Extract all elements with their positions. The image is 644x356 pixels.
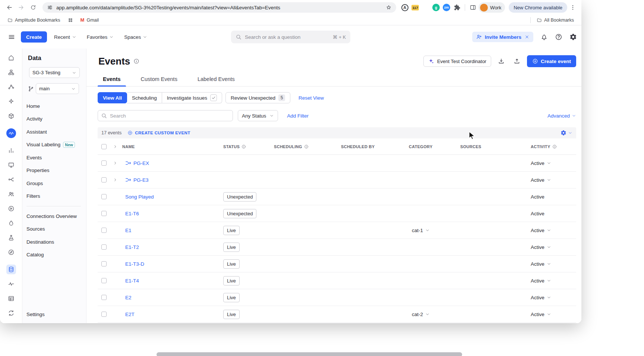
- sidebar-item-activity[interactable]: Activity: [26, 113, 82, 126]
- activity-dropdown[interactable]: Active: [527, 261, 576, 267]
- sidebar-item-catalog[interactable]: Catalog: [26, 249, 82, 262]
- product-box-icon[interactable]: [6, 111, 16, 121]
- sidebar-item-destinations[interactable]: Destinations: [26, 235, 82, 249]
- activity-dropdown[interactable]: Active: [527, 160, 576, 166]
- help-icon[interactable]: [555, 33, 562, 41]
- bookmark-star-icon[interactable]: [386, 4, 392, 10]
- ai-sparkle-icon[interactable]: [6, 97, 16, 106]
- view-all-segment[interactable]: View All: [98, 92, 127, 103]
- activity-dropdown[interactable]: Active: [527, 244, 576, 250]
- create-custom-event-link[interactable]: CREATE CUSTOM EVENT: [127, 130, 190, 135]
- col-header-category[interactable]: CATEGORY: [405, 144, 457, 149]
- side-panel-icon[interactable]: [468, 3, 478, 12]
- zoom-extension-icon[interactable]: zm: [442, 3, 451, 12]
- table-row[interactable]: E2 Live Active: [98, 289, 576, 306]
- sidebar-item-groups[interactable]: Groups: [26, 177, 82, 190]
- activation-drop-icon[interactable]: [6, 218, 16, 228]
- column-settings-button[interactable]: [561, 130, 572, 136]
- investigate-issues-segment[interactable]: Investigate Issues: [162, 92, 222, 103]
- col-header-scheduled-by[interactable]: SCHEDULED BY: [338, 144, 405, 149]
- forward-button[interactable]: [16, 2, 27, 13]
- notifications-bell-icon[interactable]: [540, 33, 548, 41]
- select-all-checkbox[interactable]: [101, 144, 107, 149]
- event-name-link[interactable]: E2T: [125, 312, 135, 317]
- export-upload-button[interactable]: [511, 56, 523, 67]
- row-checkbox[interactable]: [101, 211, 107, 216]
- charts-icon[interactable]: [6, 146, 16, 155]
- event-name-link[interactable]: Song Played: [125, 194, 154, 200]
- favorites-menu[interactable]: Favorites: [83, 31, 117, 43]
- experiment-flask-icon[interactable]: [6, 233, 16, 243]
- sidebar-item-home[interactable]: Home: [26, 100, 82, 113]
- row-checkbox[interactable]: [101, 177, 107, 182]
- branch-selector[interactable]: main: [36, 83, 79, 94]
- event-name-link[interactable]: E2: [125, 295, 132, 300]
- row-checkbox[interactable]: [101, 312, 107, 317]
- all-bookmarks-button[interactable]: All Bookmarks: [534, 17, 576, 24]
- activity-dropdown[interactable]: Active: [527, 177, 576, 183]
- discover-compass-icon[interactable]: [6, 247, 16, 257]
- import-download-button[interactable]: [496, 56, 507, 67]
- event-name-link[interactable]: E1-T3-D: [125, 261, 144, 267]
- row-checkbox[interactable]: [101, 278, 107, 283]
- col-header-status[interactable]: STATUS: [220, 144, 271, 149]
- org-chart-icon[interactable]: [6, 68, 16, 77]
- advanced-dropdown[interactable]: Advanced: [547, 113, 576, 119]
- expand-row-icon[interactable]: [113, 161, 117, 165]
- sidebar-item-properties[interactable]: Properties: [26, 164, 82, 177]
- extensions-puzzle-icon[interactable]: [452, 3, 462, 12]
- activity-dropdown[interactable]: Active: [527, 278, 576, 284]
- camera-extension-icon[interactable]: [421, 3, 430, 12]
- grammarly-extension-icon[interactable]: g: [431, 3, 441, 12]
- spaces-menu[interactable]: Spaces: [121, 31, 151, 43]
- tab-custom-events[interactable]: Custom Events: [136, 72, 183, 86]
- site-settings-icon[interactable]: [47, 4, 53, 10]
- project-selector[interactable]: SG-3 Testing: [29, 67, 80, 78]
- sidebar-item-settings[interactable]: Settings: [26, 312, 45, 317]
- scheduling-segment[interactable]: Scheduling: [127, 92, 162, 103]
- extension-a-icon[interactable]: A: [400, 3, 410, 12]
- sidebar-item-visual-labeling[interactable]: Visual Labeling New: [26, 138, 82, 152]
- event-test-coordinator-button[interactable]: Event Test Coordinator: [423, 56, 491, 67]
- category-dropdown[interactable]: cat-2: [405, 312, 457, 317]
- recent-menu[interactable]: Recent: [51, 31, 80, 43]
- sidebar-item-events[interactable]: Events: [26, 151, 82, 164]
- table-row[interactable]: E1-T3-D Live Active: [98, 256, 576, 272]
- row-checkbox[interactable]: [101, 261, 107, 266]
- table-row[interactable]: PG-E3 Active: [98, 172, 576, 188]
- journeys-icon[interactable]: [6, 82, 16, 92]
- events-search-input[interactable]: [98, 110, 233, 121]
- row-checkbox[interactable]: [101, 228, 107, 233]
- activity-dropdown[interactable]: Active: [527, 312, 576, 317]
- refresh-button[interactable]: [28, 2, 39, 13]
- col-header-sources[interactable]: SOURCES: [457, 144, 527, 149]
- amplitude-logo-icon[interactable]: [6, 128, 16, 138]
- status-filter-dropdown[interactable]: Any Status: [238, 110, 278, 121]
- back-button[interactable]: [4, 2, 15, 13]
- table-row[interactable]: E1-T2 Live Active: [98, 239, 576, 256]
- table-row[interactable]: Song Played Unexpected Active: [98, 188, 576, 205]
- sync-pipelines-icon[interactable]: [6, 308, 16, 318]
- table-row[interactable]: E1 Live cat-1 Active: [98, 222, 576, 239]
- home-icon[interactable]: [6, 53, 16, 63]
- tables-icon[interactable]: [6, 294, 16, 303]
- bookmark-gmail[interactable]: M Gmail: [78, 16, 101, 24]
- url-bar[interactable]: app.amplitude.com/data/amplitude/SG-3%20…: [42, 2, 396, 13]
- audiences-icon[interactable]: [6, 189, 16, 199]
- table-row[interactable]: E1-T4 Live Active: [98, 272, 576, 289]
- session-replay-icon[interactable]: [6, 204, 16, 213]
- category-dropdown[interactable]: cat-1: [405, 228, 457, 233]
- sidebar-item-connections-overview[interactable]: Connections Overview: [26, 210, 82, 223]
- global-search-input[interactable]: Search or ask a question ⌘ + K: [231, 31, 350, 43]
- sidebar-item-sources[interactable]: Sources: [26, 223, 82, 236]
- analytics-pulse-icon[interactable]: [6, 279, 16, 289]
- add-filter-link[interactable]: Add Filter: [287, 113, 309, 119]
- activity-dropdown[interactable]: Active: [527, 228, 576, 233]
- event-name-link[interactable]: E1-T4: [125, 278, 139, 284]
- hamburger-menu-icon[interactable]: [6, 31, 17, 43]
- event-name-link[interactable]: PG-EX: [133, 160, 149, 166]
- row-checkbox[interactable]: [101, 244, 107, 250]
- browser-profile-chip[interactable]: Work: [479, 2, 505, 13]
- activity-dropdown[interactable]: Active: [527, 295, 576, 300]
- event-name-link[interactable]: E1: [125, 228, 132, 233]
